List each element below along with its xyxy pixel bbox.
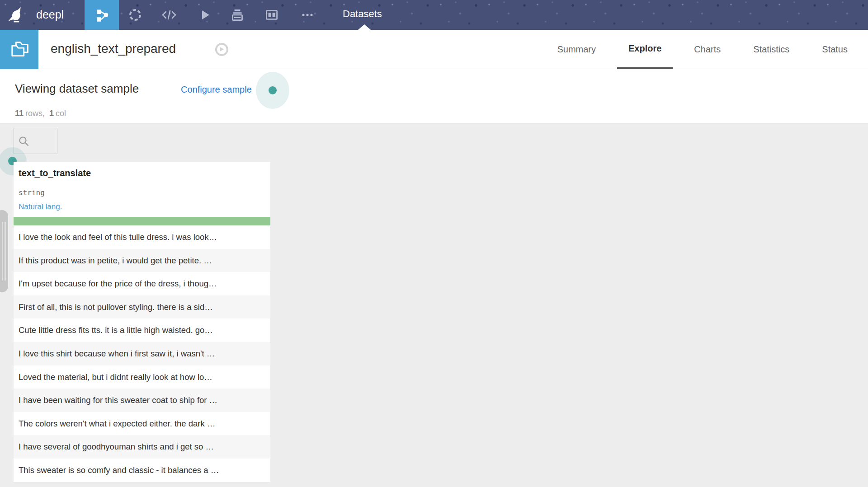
dataiku-logo-icon[interactable] [6,5,25,24]
tab-summary[interactable]: Summary [546,30,607,69]
column-header[interactable]: text_to_translate string Natural lang. [14,162,270,217]
lab-icon[interactable] [125,0,145,30]
tab-explore[interactable]: Explore [617,30,673,69]
dataset-header: english_text_prepared Summary Explore Ch… [0,30,868,69]
rows-label: rows, [25,109,45,118]
app-window: deepl [0,0,868,487]
table-row[interactable]: Cute little dress fits tts. it is a litt… [14,318,270,342]
dataset-type-tile[interactable] [0,30,38,69]
sample-counts: 11rows,1col [15,109,66,118]
section-caret [358,24,371,30]
table-row[interactable]: I have been waiting for this sweater coa… [14,389,270,412]
configure-hint-dot[interactable] [269,86,277,94]
column-storage-type[interactable]: string [19,188,270,197]
table-row[interactable]: This sweater is so comfy and classic - i… [14,459,270,482]
search-icon [18,136,30,147]
cols-count: 1 [49,109,54,118]
more-icon[interactable] [297,0,317,30]
table-rows: I love the look and feel of this tulle d… [14,225,270,482]
search-input[interactable] [29,129,57,153]
column-validity-bar[interactable] [14,217,270,225]
dashboard-icon[interactable] [262,0,282,30]
folder-icon [8,38,31,61]
dataset-title: english_text_prepared [51,30,176,69]
configure-sample-link[interactable]: Configure sample [181,84,252,95]
handle-grip-line [2,222,3,281]
sample-title: Viewing dataset sample [15,82,139,96]
jobs-icon[interactable] [227,0,247,30]
tab-charts[interactable]: Charts [683,30,732,69]
table-row[interactable]: If this product was in petite, i would g… [14,249,270,272]
table-row[interactable]: Loved the material, but i didnt really l… [14,365,270,389]
table-row[interactable]: First of all, this is not pullover styli… [14,295,270,319]
flow-tile[interactable] [85,0,119,30]
flow-icon [92,5,111,24]
table-row[interactable]: I love the look and feel of this tulle d… [14,225,270,249]
handle-grip-line [5,222,6,281]
top-navbar: deepl [0,0,868,30]
project-name[interactable]: deepl [36,0,64,30]
explore-content: text_to_translate string Natural lang. I… [0,123,868,487]
column-meaning[interactable]: Natural lang. [19,202,270,217]
tab-statistics[interactable]: Statistics [742,30,801,69]
navigate-flow-icon[interactable] [215,42,229,56]
rows-count: 11 [15,109,24,118]
table-row[interactable]: I'm upset because for the price of the d… [14,272,270,295]
column-name[interactable]: text_to_translate [19,168,270,178]
tab-status[interactable]: Status [811,30,859,69]
run-icon[interactable] [195,0,215,30]
sample-bar: Viewing dataset sample Configure sample … [0,69,868,123]
cols-label: col [56,109,66,118]
dataset-tabs: Summary Explore Charts Statistics Status [536,30,859,69]
dataset-table: text_to_translate string Natural lang. I… [14,162,270,482]
table-row[interactable]: I love this shirt because when i first s… [14,342,270,365]
left-panel-drag-handle[interactable] [0,210,8,292]
table-row[interactable]: I have several of goodhyouman shirts and… [14,435,270,459]
table-row[interactable]: The colors weren't what i expected eithe… [14,412,270,435]
code-icon[interactable] [159,0,179,30]
